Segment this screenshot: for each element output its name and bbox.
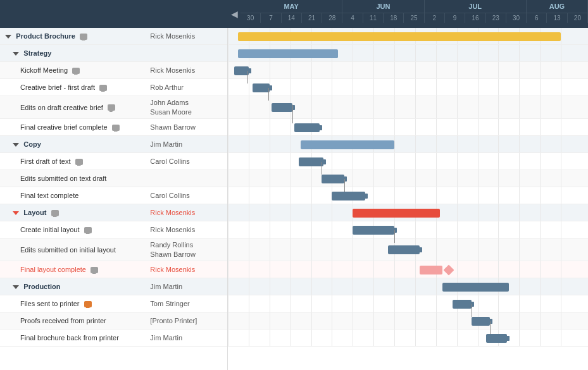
task-name-edits-text: Edits submitted on text draft <box>5 175 106 182</box>
task-name-proofs: Proofs received from printer <box>5 317 106 324</box>
task-name-edits-layout: Edits submitted on initial layout <box>5 246 116 254</box>
month-jun: JUN <box>342 0 424 13</box>
task-name-layout: Layout <box>23 209 46 216</box>
chat-icon-create-layout[interactable] <box>84 227 92 233</box>
resp-create-layout: Rick Mosenkis <box>145 226 227 233</box>
row-files-printer: Files sent to printer Tom Stringer <box>0 295 227 312</box>
row-proofs: Proofs received from printer [Pronto Pri… <box>0 312 227 330</box>
chat-icon-kickoff[interactable] <box>72 68 80 74</box>
gantt-bar <box>272 103 292 112</box>
gantt-bar <box>332 192 365 200</box>
task-col-kickoff: Kickoff Meeting <box>0 66 145 75</box>
header-left <box>0 0 228 28</box>
resp-first-draft-text: Carol Collins <box>145 157 227 165</box>
chat-icon-final-creative[interactable] <box>112 125 120 131</box>
chat-icon-first-draft-text[interactable] <box>75 159 83 165</box>
month-row: MAY JUN JUL AUG <box>241 0 588 13</box>
task-col-final-brochure: Final brochure back from printer <box>0 333 145 342</box>
gantt-bar <box>238 49 338 58</box>
task-name-create-layout: Create initial layout <box>5 226 80 233</box>
task-col-final-text: Final text complete <box>0 191 145 200</box>
chevron-left-icon: ◀ <box>231 9 238 19</box>
resp-files-printer: Tom Stringer <box>145 300 227 307</box>
task-col-edits-layout: Edits submitted on initial layout <box>0 245 145 254</box>
week-16: 16 <box>465 13 485 23</box>
resp-product-brochure: Rick Mosenkis <box>145 32 227 40</box>
collapse-icon-production[interactable] <box>13 285 19 289</box>
task-name-production: Production <box>23 283 60 290</box>
collapse-icon-layout[interactable] <box>13 211 19 215</box>
row-product-brochure: Product Brochure Rick Mosenkis <box>0 28 227 45</box>
row-create-layout: Create initial layout Rick Mosenkis <box>0 221 227 238</box>
week-11: 11 <box>363 13 384 23</box>
row-creative-brief: Creative brief - first draft Rob Arthur <box>0 79 227 96</box>
chat-icon-files-printer[interactable] <box>84 301 92 307</box>
collapse-icon-strategy[interactable] <box>13 52 19 56</box>
collapse-icon-product-brochure[interactable] <box>5 35 11 39</box>
month-may: MAY <box>241 0 342 13</box>
resp-final-layout: Rick Mosenkis <box>145 266 227 273</box>
connector-line <box>268 88 269 101</box>
gantt-bar <box>388 245 419 254</box>
nav-back-button[interactable]: ◀ <box>228 0 241 28</box>
timeline-panel <box>228 28 588 370</box>
row-final-layout: Final layout complete Rick Mosenkis <box>0 261 227 278</box>
task-col-copy: Copy <box>0 140 145 149</box>
week-9: 9 <box>445 13 465 23</box>
connector-line <box>490 321 491 334</box>
week-25: 25 <box>404 13 424 23</box>
gantt-header: ◀ MAY JUN JUL AUG 30 7 14 21 28 4 11 18 … <box>0 0 588 28</box>
chat-icon-product-brochure[interactable] <box>80 34 87 40</box>
task-col-final-creative: Final creative brief complete <box>0 123 145 132</box>
resp-final-text: Carol Collins <box>145 192 227 199</box>
week-23: 23 <box>486 13 506 23</box>
task-col-creative-brief: Creative brief - first draft <box>0 83 145 92</box>
task-panel: Product Brochure Rick Mosenkis Strategy … <box>0 28 228 370</box>
bar-connector <box>267 85 272 90</box>
gantt-bar <box>353 226 394 235</box>
week-21: 21 <box>302 13 322 23</box>
task-col-create-layout: Create initial layout <box>0 225 145 234</box>
chat-icon-final-layout[interactable] <box>91 267 98 273</box>
task-name-final-text: Final text complete <box>5 192 78 199</box>
task-name-copy: Copy <box>23 140 41 148</box>
row-production: Production Jim Martin <box>0 278 227 295</box>
week-30b: 30 <box>506 13 527 23</box>
resp-edits-layout: Randy RollinsShawn Barrow <box>145 240 227 259</box>
connector-line <box>322 162 322 175</box>
week-20: 20 <box>568 13 588 23</box>
collapse-icon-copy[interactable] <box>13 143 19 147</box>
gantt-bar <box>299 157 323 166</box>
resp-kickoff: Rick Mosenkis <box>145 66 227 74</box>
task-name-creative-brief: Creative brief - first draft <box>5 83 95 91</box>
resp-edits-draft: John AdamsSusan Moore <box>145 98 227 116</box>
week-30: 30 <box>241 13 261 23</box>
task-name-edits-draft: Edits on draft creative brief <box>5 104 103 111</box>
row-kickoff: Kickoff Meeting Rick Mosenkis <box>0 62 227 79</box>
task-name-product-brochure: Product Brochure <box>16 32 75 40</box>
task-col-product-brochure: Product Brochure <box>0 32 145 40</box>
connector-line <box>292 105 293 123</box>
week-row: 30 7 14 21 28 4 11 18 25 2 9 16 23 30 6 … <box>241 13 588 23</box>
task-name-final-layout: Final layout complete <box>5 266 86 273</box>
gantt-bar <box>238 32 561 41</box>
gantt-bar <box>353 209 440 218</box>
chat-icon-creative-brief[interactable] <box>99 85 107 91</box>
chat-icon-layout[interactable] <box>51 210 59 216</box>
bar-connector <box>504 336 510 341</box>
resp-production: Jim Martin <box>145 283 227 290</box>
row-first-draft-text: First draft of text Carol Collins <box>0 153 227 170</box>
task-name-strategy: Strategy <box>23 49 51 57</box>
row-final-brochure: Final brochure back from printer Jim Mar… <box>0 330 227 347</box>
week-28: 28 <box>322 13 342 23</box>
week-7: 7 <box>261 13 281 23</box>
task-col-proofs: Proofs received from printer <box>0 316 145 325</box>
row-edits-layout: Edits submitted on initial layout Randy … <box>0 238 227 261</box>
connector-line <box>247 71 248 83</box>
row-copy: Copy Jim Martin <box>0 136 227 153</box>
chat-icon-edits-draft[interactable] <box>108 104 115 111</box>
bar-connector <box>417 247 422 252</box>
resp-proofs: [Pronto Printer] <box>145 317 227 324</box>
row-final-text: Final text complete Carol Collins <box>0 187 227 204</box>
gantt-container: ◀ MAY JUN JUL AUG 30 7 14 21 28 4 11 18 … <box>0 0 588 370</box>
